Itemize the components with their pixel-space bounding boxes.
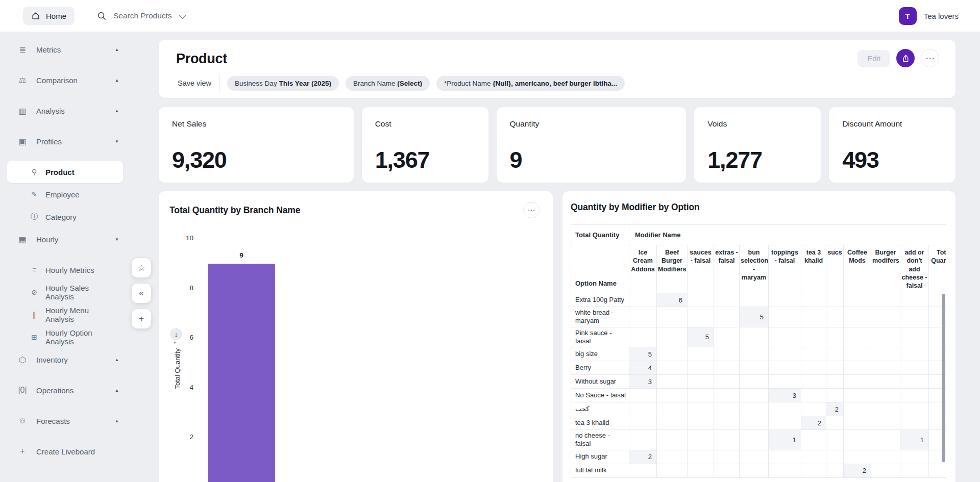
axis-expand-icon[interactable]: ▸ [174, 340, 177, 345]
collapse-sidebar-button[interactable]: « [132, 284, 151, 303]
sidebar-item-forecasts[interactable]: ☺Forecasts▲ [0, 410, 130, 432]
value-cell [714, 307, 740, 327]
value-cell [769, 361, 801, 375]
value-cell: 4 [629, 361, 657, 375]
value-cell [826, 347, 844, 361]
sidebar-item-label: Hourly Sales Analysis [45, 284, 119, 301]
sidebar-item-label: Hourly [36, 235, 58, 244]
value-cell [714, 361, 740, 375]
value-cell [871, 402, 900, 416]
value-cell [801, 464, 826, 477]
pencil-icon: ✎ [30, 190, 39, 198]
value-cell: 1 [769, 430, 801, 450]
value-cell [871, 293, 900, 307]
sidebar-item-create-liveboard[interactable]: +Create Liveboard [0, 440, 130, 463]
scale-icon: ⚖ [17, 75, 28, 85]
edit-button[interactable]: Edit [857, 50, 890, 67]
sidebar-item-category[interactable]: ⓘCategory [0, 206, 130, 228]
value-cell [900, 293, 929, 307]
filter-label: *Product Name [444, 80, 493, 87]
home-button[interactable]: Home [23, 7, 75, 25]
value-cell [871, 430, 900, 450]
value-cell [769, 327, 801, 347]
kpi-label: Discount Amount [842, 119, 942, 129]
share-button[interactable] [896, 49, 915, 67]
value-cell [900, 402, 929, 416]
value-cell [629, 293, 657, 307]
value-cell [801, 430, 826, 450]
save-view-button[interactable]: Save view [176, 79, 211, 87]
value-cell [657, 347, 688, 361]
main-content: Product Edit ⋯ Save view Business Day Th… [159, 40, 955, 482]
caret-up-icon: ▲ [115, 358, 119, 362]
value-cell [657, 464, 688, 477]
caret-up-icon: ▲ [115, 109, 119, 113]
value-cell [929, 464, 946, 477]
sidebar-item-hourly[interactable]: ▦Hourly▼ [0, 228, 130, 250]
page-header-card: Product Edit ⋯ Save view Business Day Th… [159, 40, 955, 98]
value-cell [801, 327, 826, 347]
sidebar-item-label: Profiles [36, 137, 62, 146]
caret-up-icon: ▲ [115, 47, 119, 52]
cube-icon: ⬡ [17, 355, 28, 365]
value-cell [769, 307, 801, 327]
user-name: Tea lovers [924, 12, 959, 20]
sidebar-item-metrics[interactable]: ≣Metrics▲ [0, 38, 130, 61]
sidebar-item-hourly-menu-analysis[interactable]: ∥Hourly Menu Analysis [0, 303, 130, 326]
sidebar-item-operations[interactable]: |0|Operations▲ [0, 379, 130, 401]
table-row: Without sugar3 [571, 375, 946, 389]
more-options-button[interactable]: ⋯ [921, 49, 939, 67]
add-button[interactable]: + [132, 309, 151, 328]
sidebar-item-hourly-sales-analysis[interactable]: ⊘Hourly Sales Analysis [0, 281, 130, 303]
filter-pill-product-name[interactable]: *Product Name {Null}, americano, beef bu… [436, 76, 625, 91]
page-title: Product [176, 51, 227, 67]
filter-label: Branch Name [353, 80, 397, 87]
value-cell [801, 347, 826, 361]
option-name-cell: High sugar [571, 450, 629, 464]
value-cell [657, 327, 688, 347]
search-bar[interactable]: Search Products [97, 11, 184, 21]
table-row: big size5 [571, 347, 946, 361]
value-cell [844, 402, 871, 416]
sidebar-item-profiles[interactable]: ▣Profiles▼ [0, 130, 130, 153]
filter-pill-branch-name[interactable]: Branch Name (Select) [346, 76, 430, 91]
sidebar-item-label: Hourly Metrics [45, 266, 94, 274]
option-name-cell: Berry [571, 361, 629, 375]
value-cell [900, 389, 929, 402]
value-cell [714, 402, 740, 416]
axis-sort-button[interactable]: ↓ [170, 328, 182, 340]
option-name-cell: white bread - maryam [571, 307, 629, 327]
bar-branch[interactable] [208, 264, 275, 482]
sidebar-item-label: Forecasts [36, 417, 70, 425]
value-cell [871, 450, 900, 464]
value-cell [629, 389, 657, 402]
table-title: Quantity by Modifier by Option [571, 202, 955, 213]
sidebar-item-label: Inventory [36, 356, 68, 364]
arrow-down-icon: ↓ [175, 331, 178, 338]
sidebar-item-comparison[interactable]: ⚖Comparison▲ [0, 69, 130, 91]
value-cell [769, 347, 801, 361]
user-menu[interactable]: T Tea lovers [899, 7, 959, 25]
sidebar-item-hourly-option-analysis[interactable]: ⊞Hourly Option Analysis [0, 326, 130, 348]
value-cell [900, 327, 929, 347]
value-cell [629, 430, 657, 450]
sidebar-item-employee[interactable]: ✎Employee [0, 183, 130, 206]
sidebar-item-hourly-metrics[interactable]: ≡Hourly Metrics [0, 259, 130, 281]
sidebar-item-product[interactable]: ⚲Product [7, 161, 123, 183]
sidebar-item-inventory[interactable]: ⬡Inventory▲ [0, 348, 130, 371]
row-header: Option Name [571, 245, 629, 293]
value-cell [629, 327, 657, 347]
divider [219, 74, 219, 92]
kpi-row: Net Sales9,320Cost1,367Quantity9Voids1,2… [159, 107, 955, 183]
favorite-button[interactable]: ☆ [132, 258, 151, 277]
pivot-table: Total QuantityModifier NameOption NameIc… [571, 224, 946, 478]
table-scrollbar[interactable] [942, 294, 945, 462]
column-header-bun-selection-maryam: bun selection - maryam [740, 245, 769, 293]
column-header-toppings-faisal: toppings - faisal [769, 245, 801, 293]
kpi-card-net-sales: Net Sales9,320 [159, 107, 354, 183]
value-cell [801, 307, 826, 327]
sidebar-item-analysis[interactable]: ▥Analysis▲ [0, 99, 130, 122]
grid-icon: ▦ [17, 235, 28, 244]
column-group-header: Modifier Name [629, 225, 946, 245]
filter-pill-business-day[interactable]: Business Day This Year (2025) [227, 76, 339, 91]
